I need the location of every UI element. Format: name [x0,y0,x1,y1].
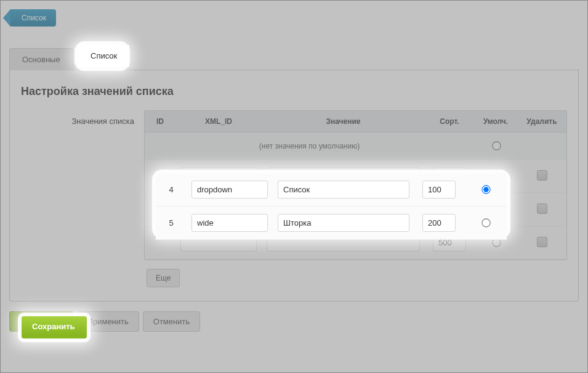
more-button[interactable]: Еще [147,269,180,287]
row1-id: 5 [145,193,175,226]
cancel-button[interactable]: Отменить [143,311,200,332]
tab-main[interactable]: Основные [9,48,73,70]
th-xml: XML_ID [175,111,262,133]
back-button[interactable]: Список [9,9,56,27]
tabs: Основные Список [9,47,579,70]
tab-main-label: Основные [22,55,60,64]
row1-xml-input[interactable] [180,200,257,218]
row1-default-radio[interactable] [492,205,501,213]
row0-xml-input[interactable] [180,167,257,185]
cancel-button-label: Отменить [153,317,190,326]
tab-list[interactable]: Список [75,48,127,70]
panel: Настройка значений списка Значения списк… [9,70,579,301]
th-delete: Удалить [517,111,566,133]
row1-sort-input[interactable] [433,200,466,218]
save-button-label: Сохранить [20,317,63,326]
save-button[interactable]: Сохранить [9,311,73,332]
new-delete-checkbox[interactable] [537,237,547,247]
no-default-row: (нет значения по умолчанию) [145,133,566,160]
table-row: 5 [145,193,566,226]
apply-button[interactable]: Применить [77,311,139,332]
table-row-new [145,226,566,260]
page-title: Настройка значений списка [21,85,567,98]
actions: Сохранить Применить Отменить [9,311,579,332]
tab-list-label: Список [87,55,114,64]
th-sort: Сорт. [425,111,474,133]
row1-value-input[interactable] [267,200,420,218]
row0-id: 4 [145,160,175,193]
more-button-label: Еще [156,274,171,282]
table-row: 4 [145,160,566,193]
row0-sort-input[interactable] [433,167,466,185]
back-button-label: Список [22,14,46,22]
side-label: Значения списка [21,110,144,126]
new-default-radio[interactable] [492,238,501,247]
th-default: Умолч. [474,111,517,133]
no-default-text: (нет значения по умолчанию) [145,133,474,160]
new-sort-input[interactable] [433,234,466,252]
value-table: ID XML_ID Значение Сорт. Умолч. Удалить [144,110,567,260]
row0-default-radio[interactable] [492,171,501,180]
row1-delete-checkbox[interactable] [537,203,547,214]
row0-delete-checkbox[interactable] [537,170,547,181]
th-id: ID [145,111,175,133]
apply-button-label: Применить [87,317,129,326]
new-value-input[interactable] [267,234,420,252]
new-xml-input[interactable] [180,234,257,252]
th-value: Значение [262,111,425,133]
row0-value-input[interactable] [267,167,420,185]
radio-no-default[interactable] [492,141,501,150]
